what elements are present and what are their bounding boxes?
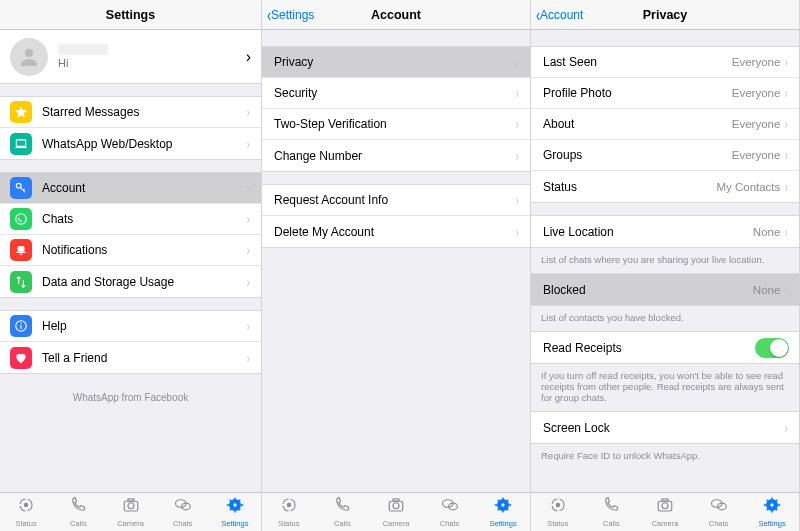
chevron-right-icon: › [247, 211, 250, 227]
tab-label: Chats [440, 519, 460, 528]
svg-point-14 [128, 503, 134, 509]
tab-camera[interactable]: Camera [104, 493, 156, 531]
tab-label: Camera [117, 519, 144, 528]
gear-icon [494, 496, 512, 518]
laptop-icon [10, 133, 32, 155]
chatbubbles-icon [710, 496, 728, 518]
row-account[interactable]: Account › [0, 173, 261, 204]
row-privacy[interactable]: Privacy › [262, 47, 530, 78]
back-button[interactable]: ‹ Account [535, 6, 583, 24]
profile-row[interactable]: Hi › [0, 30, 261, 84]
row-about[interactable]: About Everyone › [531, 109, 799, 140]
status-icon [549, 496, 567, 518]
row-blocked[interactable]: Blocked None › [531, 274, 799, 305]
account-scroll[interactable]: Privacy › Security › Two-Step Verificati… [262, 30, 530, 492]
row-label: Notifications [42, 243, 246, 257]
gear-icon [763, 496, 781, 518]
chevron-right-icon: › [516, 54, 519, 70]
row-read-receipts[interactable]: Read Receipts [531, 332, 799, 363]
tab-calls[interactable]: Calls [316, 493, 370, 531]
row-chats[interactable]: Chats › [0, 204, 261, 235]
row-live-location[interactable]: Live Location None › [531, 216, 799, 247]
row-status[interactable]: Status My Contacts › [531, 171, 799, 202]
status-icon [17, 496, 35, 518]
chevron-right-icon: › [516, 116, 519, 132]
tab-status[interactable]: Status [531, 493, 585, 531]
settings-scroll[interactable]: Hi › Starred Messages › WhatsApp Web/Des… [0, 30, 261, 492]
row-starred[interactable]: Starred Messages › [0, 97, 261, 128]
chevron-right-icon: › [247, 104, 250, 120]
chevron-right-icon: › [785, 224, 788, 240]
row-lastseen[interactable]: Last Seen Everyone › [531, 47, 799, 78]
chevron-right-icon: › [516, 148, 519, 164]
tab-label: Settings [759, 519, 786, 528]
row-value: Everyone [732, 118, 781, 130]
row-changenum[interactable]: Change Number › [262, 140, 530, 171]
account-pane: ‹ Settings Account Privacy › Security › … [262, 0, 531, 531]
tab-label: Calls [70, 519, 87, 528]
profile-text: Hi [58, 44, 108, 69]
back-button[interactable]: ‹ Settings [266, 6, 314, 24]
row-notifications[interactable]: Notifications › [0, 235, 261, 266]
tab-label: Camera [652, 519, 679, 528]
row-profilephoto[interactable]: Profile Photo Everyone › [531, 78, 799, 109]
tab-settings-tab[interactable]: Settings [745, 493, 799, 531]
tab-label: Status [278, 519, 299, 528]
tab-camera[interactable]: Camera [369, 493, 423, 531]
chevron-right-icon: › [785, 54, 788, 70]
tab-chats-tab[interactable]: Chats [423, 493, 477, 531]
row-value: Everyone [732, 87, 781, 99]
row-screen-lock[interactable]: Screen Lock › [531, 412, 799, 443]
tab-calls[interactable]: Calls [52, 493, 104, 531]
svg-rect-25 [393, 499, 399, 501]
tab-camera[interactable]: Camera [638, 493, 692, 531]
svg-rect-35 [662, 499, 668, 501]
chevron-right-icon: › [785, 420, 788, 436]
row-reqinfo[interactable]: Request Account Info › [262, 185, 530, 216]
svg-rect-6 [16, 252, 25, 253]
phone-icon [602, 496, 620, 518]
row-help[interactable]: Help › [0, 311, 261, 342]
row-delete[interactable]: Delete My Account › [262, 216, 530, 247]
tab-label: Chats [709, 519, 729, 528]
profile-name-redacted [58, 44, 108, 55]
row-security[interactable]: Security › [262, 78, 530, 109]
row-value: My Contacts [716, 181, 780, 193]
avatar [10, 38, 48, 76]
tab-label: Settings [221, 519, 248, 528]
tab-label: Camera [383, 519, 410, 528]
row-label: Read Receipts [543, 341, 755, 355]
chevron-right-icon: › [785, 179, 788, 195]
svg-point-3 [16, 183, 21, 188]
tab-calls[interactable]: Calls [585, 493, 639, 531]
tab-settings-tab[interactable]: Settings [476, 493, 530, 531]
tab-settings-tab[interactable]: Settings [209, 493, 261, 531]
row-groups[interactable]: Groups Everyone › [531, 140, 799, 171]
read-receipts-toggle[interactable] [755, 338, 789, 358]
camera-icon [122, 496, 140, 518]
chevron-left-icon: ‹ [267, 6, 271, 24]
chevron-right-icon: › [516, 192, 519, 208]
navbar: Settings [0, 0, 261, 30]
tab-status[interactable]: Status [262, 493, 316, 531]
row-label: Privacy [274, 55, 515, 69]
tab-chats-tab[interactable]: Chats [692, 493, 746, 531]
section-note: List of contacts you have blocked. [531, 306, 799, 331]
phone-icon [333, 496, 351, 518]
svg-point-12 [24, 503, 29, 508]
row-webdesktop[interactable]: WhatsApp Web/Desktop › [0, 128, 261, 159]
tab-status[interactable]: Status [0, 493, 52, 531]
row-twostep[interactable]: Two-Step Verification › [262, 109, 530, 140]
row-tell[interactable]: Tell a Friend › [0, 342, 261, 373]
row-label: Account [42, 181, 246, 195]
row-label: WhatsApp Web/Desktop [42, 137, 246, 151]
privacy-scroll[interactable]: Last Seen Everyone › Profile Photo Every… [531, 30, 799, 492]
tab-label: Status [547, 519, 568, 528]
section-note: List of chats where you are sharing your… [531, 248, 799, 273]
tab-chats-tab[interactable]: Chats [157, 493, 209, 531]
camera-icon [656, 496, 674, 518]
heart-icon [10, 347, 32, 369]
svg-point-34 [662, 503, 668, 509]
row-data[interactable]: Data and Storage Usage › [0, 266, 261, 297]
svg-point-30 [501, 503, 506, 508]
